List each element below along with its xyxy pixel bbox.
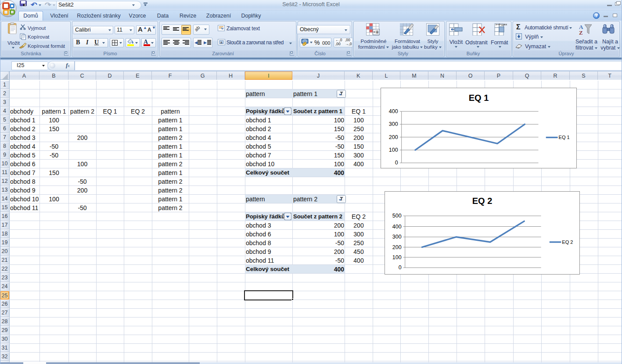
svg-text:EQ 2: EQ 2 (562, 239, 573, 245)
svg-text:EQ 1: EQ 1 (469, 93, 489, 103)
svg-text:100: 100 (389, 147, 398, 153)
svg-text:300: 300 (392, 234, 402, 240)
svg-text:400: 400 (392, 224, 402, 230)
svg-text:200: 200 (389, 134, 398, 140)
svg-text:EQ 1: EQ 1 (559, 135, 570, 140)
svg-text:500: 500 (392, 213, 402, 219)
svg-text:EQ 2: EQ 2 (472, 196, 493, 206)
svg-text:0: 0 (395, 160, 398, 166)
svg-text:a: a (220, 40, 223, 44)
svg-text:0: 0 (399, 264, 402, 271)
svg-text:100: 100 (392, 254, 402, 261)
svg-text:200: 200 (392, 244, 402, 250)
svg-text:Z: Z (579, 29, 583, 36)
svg-text:400: 400 (389, 108, 398, 114)
svg-text:300: 300 (389, 121, 398, 127)
